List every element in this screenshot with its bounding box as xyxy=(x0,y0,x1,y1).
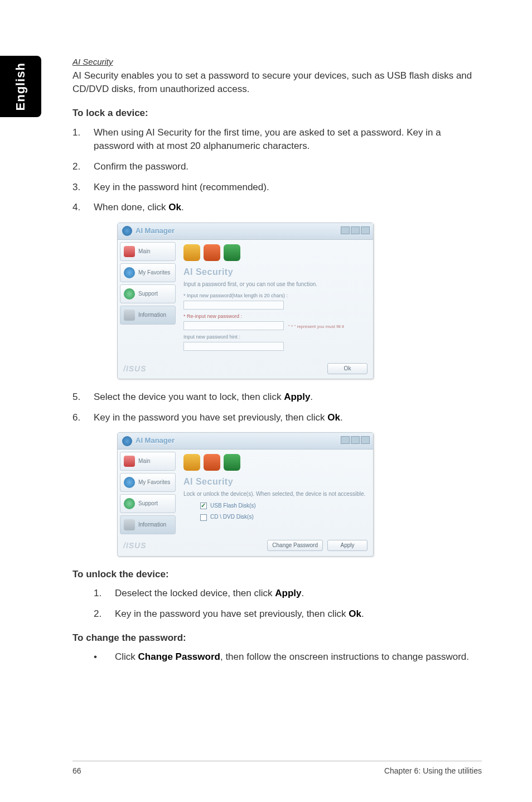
step-number: 4. xyxy=(72,201,94,215)
checkbox-icon[interactable] xyxy=(200,503,207,509)
window-title-bar: AI Manager xyxy=(118,223,373,240)
step-text: Deselect the locked device, then click A… xyxy=(115,587,482,601)
step-number: 2. xyxy=(94,607,115,621)
close-icon[interactable] xyxy=(361,226,370,234)
document-body: AI Security AI Security enables you to s… xyxy=(72,56,482,664)
lock-steps-1-4: 1.When using AI Security for the first t… xyxy=(72,126,482,215)
window-controls[interactable] xyxy=(341,436,370,444)
toolbar-icon-1[interactable] xyxy=(183,244,200,261)
ai-manager-window-2: AI Manager Main My Favorites Support Inf… xyxy=(117,432,374,556)
reinput-password-label: * Re-input new password : xyxy=(183,313,284,320)
close-icon[interactable] xyxy=(361,436,370,444)
favorites-icon xyxy=(124,477,135,488)
toolbar-icon-1[interactable] xyxy=(183,454,200,471)
pane-title: AI Security xyxy=(183,475,367,488)
step-number: 6. xyxy=(72,411,94,425)
minimize-icon[interactable] xyxy=(341,226,350,234)
step-text: Key in the password you have set previou… xyxy=(115,607,482,621)
support-icon xyxy=(124,498,135,509)
maximize-icon[interactable] xyxy=(351,436,360,444)
cd-dvd-label: CD \ DVD Disk(s) xyxy=(210,513,254,521)
window-title: AI Manager xyxy=(136,436,175,446)
minimize-icon[interactable] xyxy=(341,436,350,444)
unlock-steps: 1.Deselect the locked device, then click… xyxy=(72,587,482,621)
content-pane: AI Security Lock or unlock the device(s)… xyxy=(178,450,373,537)
step-text: Key in the password hint (recommended). xyxy=(94,181,482,195)
nav-sidebar: Main My Favorites Support Information xyxy=(118,240,178,360)
section-title: AI Security xyxy=(72,56,482,68)
screenshot-2-wrap: AI Manager Main My Favorites Support Inf… xyxy=(72,432,482,556)
usb-flash-label: USB Flash Disk(s) xyxy=(210,502,256,510)
lock-heading: To lock a device: xyxy=(72,107,482,120)
window-controls[interactable] xyxy=(341,226,370,234)
language-tab-text: English xyxy=(13,62,28,110)
toolbar-icons xyxy=(183,454,367,471)
chapter-label: Chapter 6: Using the utilities xyxy=(384,766,482,775)
ok-button[interactable]: Ok xyxy=(327,363,367,374)
step-number: 1. xyxy=(94,587,115,601)
nav-support[interactable]: Support xyxy=(120,284,176,303)
toolbar-icons xyxy=(183,244,367,261)
required-note: " * " represent you must fill it xyxy=(288,323,344,330)
toolbar-icon-2[interactable] xyxy=(204,244,220,261)
page-number: 66 xyxy=(72,766,81,775)
main-icon xyxy=(124,456,135,467)
checkbox-icon[interactable] xyxy=(200,514,207,521)
cd-dvd-option[interactable]: CD \ DVD Disk(s) xyxy=(200,513,367,521)
apply-button[interactable]: Apply xyxy=(327,540,367,551)
usb-flash-option[interactable]: USB Flash Disk(s) xyxy=(200,502,367,510)
main-icon xyxy=(124,246,135,257)
step-text: Key in the password you have set previou… xyxy=(94,411,482,425)
brand-mark: /ISUS xyxy=(123,363,147,374)
nav-favorites[interactable]: My Favorites xyxy=(120,473,176,492)
change-heading: To change the password: xyxy=(72,631,482,645)
content-pane: AI Security Input a password first, or y… xyxy=(178,240,373,360)
nav-main[interactable]: Main xyxy=(120,242,176,261)
step-number: 1. xyxy=(72,126,94,153)
window-title: AI Manager xyxy=(136,226,175,236)
toolbar-icon-3[interactable] xyxy=(224,244,240,261)
information-icon xyxy=(124,310,135,321)
nav-information[interactable]: Information xyxy=(120,306,176,325)
brand-mark: /ISUS xyxy=(123,540,147,551)
nav-main[interactable]: Main xyxy=(120,452,176,471)
page-footer: 66 Chapter 6: Using the utilities xyxy=(0,766,532,775)
language-tab: English xyxy=(0,56,41,117)
pane-help-text: Lock or unlock the device(s). When selec… xyxy=(183,490,367,499)
information-icon xyxy=(124,519,135,530)
change-bullet-list: •Click Change Password, then follow the … xyxy=(72,650,482,664)
app-logo-icon xyxy=(122,436,132,446)
reinput-password-input[interactable] xyxy=(183,321,284,330)
bullet-text: Click Change Password, then follow the o… xyxy=(115,650,482,664)
nav-sidebar: Main My Favorites Support Information xyxy=(118,450,178,537)
favorites-icon xyxy=(124,267,135,278)
screenshot-1-wrap: AI Manager Main My Favorites Support Inf… xyxy=(72,223,482,379)
step-text: When using AI Security for the first tim… xyxy=(94,126,482,153)
new-password-label: * Input new password(Max length is 20 ch… xyxy=(183,292,367,299)
pane-help-text: Input a password first, or you can not u… xyxy=(183,281,367,289)
step-number: 2. xyxy=(72,160,94,174)
intro-paragraph: AI Security enables you to set a passwor… xyxy=(72,69,482,96)
password-hint-input[interactable] xyxy=(183,342,284,351)
step-number: 3. xyxy=(72,181,94,195)
toolbar-icon-3[interactable] xyxy=(224,454,240,471)
step-text: Confirm the password. xyxy=(94,160,482,174)
maximize-icon[interactable] xyxy=(351,226,360,234)
lock-steps-5-6: 5.Select the device you want to lock, th… xyxy=(72,390,482,424)
nav-information[interactable]: Information xyxy=(120,515,176,534)
toolbar-icon-2[interactable] xyxy=(204,454,220,471)
bullet-icon: • xyxy=(94,650,115,664)
unlock-heading: To unlock the device: xyxy=(72,568,482,582)
change-password-button[interactable]: Change Password xyxy=(267,540,323,551)
step-number: 5. xyxy=(72,390,94,404)
ai-manager-window-1: AI Manager Main My Favorites Support Inf… xyxy=(117,223,374,379)
nav-favorites[interactable]: My Favorites xyxy=(120,263,176,282)
new-password-input[interactable] xyxy=(183,301,284,310)
support-icon xyxy=(124,288,135,299)
step-text: When done, click Ok. xyxy=(94,201,482,215)
window-title-bar: AI Manager xyxy=(118,433,373,450)
step-text: Select the device you want to lock, then… xyxy=(94,390,482,404)
nav-support[interactable]: Support xyxy=(120,494,176,513)
password-hint-label: Input new password hint : xyxy=(183,334,367,341)
pane-title: AI Security xyxy=(183,265,367,278)
